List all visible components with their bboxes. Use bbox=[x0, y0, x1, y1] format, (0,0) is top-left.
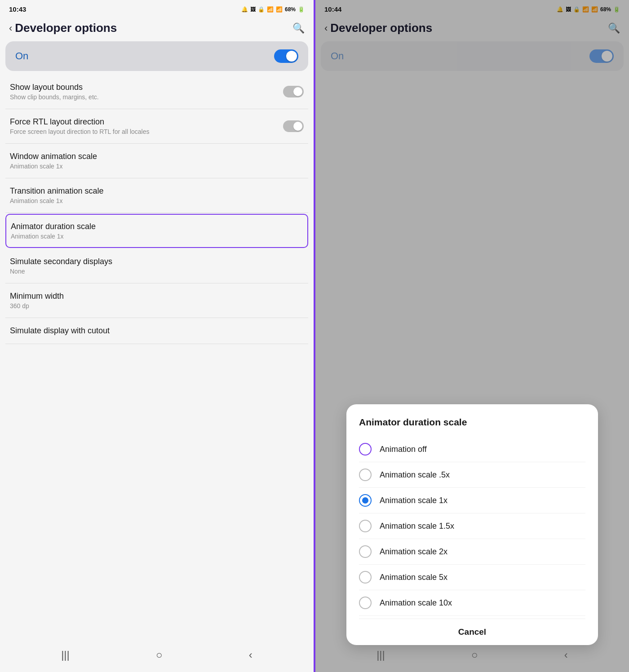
left-time: 10:43 bbox=[9, 5, 26, 13]
radio-option-0[interactable]: Animation off bbox=[359, 437, 585, 462]
left-setting-window-anim[interactable]: Window animation scale Animation scale 1… bbox=[5, 144, 308, 178]
left-setting-subtitle-1: Force screen layout direction to RTL for… bbox=[10, 128, 283, 135]
battery-text: 68% bbox=[285, 6, 296, 13]
radio-circle-3[interactable] bbox=[359, 520, 372, 532]
radio-option-4[interactable]: Animation scale 2x bbox=[359, 539, 585, 565]
left-page-title: Developer options bbox=[15, 21, 117, 35]
left-setting-title-7: Simulate display with cutout bbox=[10, 326, 304, 336]
radio-option-5[interactable]: Animation scale 5x bbox=[359, 565, 585, 590]
radio-circle-5[interactable] bbox=[359, 571, 372, 584]
dialog-cancel-button[interactable]: Cancel bbox=[359, 619, 585, 641]
left-settings-list: Show layout bounds Show clip bounds, mar… bbox=[0, 75, 314, 641]
left-setting-subtitle-3: Animation scale 1x bbox=[10, 197, 304, 204]
radio-label-3: Animation scale 1.5x bbox=[380, 522, 454, 531]
left-search-button[interactable]: 🔍 bbox=[292, 22, 305, 34]
right-back-nav-button[interactable]: ‹ bbox=[564, 649, 568, 661]
left-recents-button[interactable]: ||| bbox=[61, 649, 70, 661]
left-toggle-rtl[interactable] bbox=[283, 120, 304, 132]
left-setting-title-0: Show layout bounds bbox=[10, 83, 283, 92]
radio-circle-4[interactable] bbox=[359, 545, 372, 558]
left-toggle-layout-bounds[interactable] bbox=[283, 86, 304, 97]
left-header-left: ‹ Developer options bbox=[9, 21, 117, 35]
radio-label-1: Animation scale .5x bbox=[380, 470, 450, 480]
radio-label-5: Animation scale 5x bbox=[380, 573, 447, 582]
left-setting-show-layout-bounds[interactable]: Show layout bounds Show clip bounds, mar… bbox=[5, 75, 308, 109]
left-setting-animator-duration[interactable]: Animator duration scale Animation scale … bbox=[5, 214, 308, 248]
right-nav-bar: ||| ○ ‹ bbox=[315, 641, 629, 672]
left-setting-subtitle-0: Show clip bounds, margins, etc. bbox=[10, 93, 283, 101]
left-status-bar: 10:43 🔔 🖼 🔒 📶 📶 68% 🔋 bbox=[0, 0, 314, 17]
radio-circle-2[interactable] bbox=[359, 494, 372, 507]
left-nav-bar: ||| ○ ‹ bbox=[0, 641, 314, 672]
right-home-button[interactable]: ○ bbox=[471, 649, 478, 661]
radio-circle-6[interactable] bbox=[359, 597, 372, 609]
signal-icon: 📶 bbox=[276, 6, 283, 13]
image-icon: 🖼 bbox=[250, 6, 256, 13]
radio-option-6[interactable]: Animation scale 10x bbox=[359, 590, 585, 616]
left-setting-force-rtl[interactable]: Force RTL layout direction Force screen … bbox=[5, 109, 308, 144]
radio-label-2: Animation scale 1x bbox=[380, 496, 447, 505]
notification-icon: 🔔 bbox=[241, 6, 248, 13]
radio-option-1[interactable]: Animation scale .5x bbox=[359, 462, 585, 488]
left-setting-title-4: Animator duration scale bbox=[11, 222, 303, 231]
right-panel: 10:44 🔔 🖼 🔒 📶 📶 68% 🔋 ‹ Developer option… bbox=[315, 0, 629, 672]
radio-label-0: Animation off bbox=[380, 445, 427, 454]
radio-option-2[interactable]: Animation scale 1x bbox=[359, 488, 585, 513]
left-setting-transition-anim[interactable]: Transition animation scale Animation sca… bbox=[5, 178, 308, 213]
left-setting-subtitle-4: Animation scale 1x bbox=[11, 233, 303, 240]
left-setting-simulate-cutout[interactable]: Simulate display with cutout bbox=[5, 318, 308, 344]
left-developer-toggle[interactable] bbox=[274, 49, 298, 63]
dialog-overlay: Animator duration scale Animation off An… bbox=[315, 0, 629, 672]
left-header: ‹ Developer options 🔍 bbox=[0, 17, 314, 41]
left-back-button[interactable]: ‹ bbox=[9, 22, 12, 34]
dialog-title: Animator duration scale bbox=[359, 417, 585, 428]
left-panel: 10:43 🔔 🖼 🔒 📶 📶 68% 🔋 ‹ Developer option… bbox=[0, 0, 314, 672]
wifi-icon: 📶 bbox=[267, 6, 274, 13]
left-setting-title-6: Minimum width bbox=[10, 292, 304, 301]
left-status-icons: 🔔 🖼 🔒 📶 📶 68% 🔋 bbox=[241, 6, 305, 13]
left-setting-title-1: Force RTL layout direction bbox=[10, 117, 283, 127]
radio-option-3[interactable]: Animation scale 1.5x bbox=[359, 513, 585, 539]
left-setting-title-2: Window animation scale bbox=[10, 152, 304, 161]
right-recents-button[interactable]: ||| bbox=[377, 649, 385, 661]
left-setting-simulate-displays[interactable]: Simulate secondary displays None bbox=[5, 249, 308, 283]
left-setting-subtitle-2: Animation scale 1x bbox=[10, 163, 304, 170]
left-setting-title-3: Transition animation scale bbox=[10, 186, 304, 196]
radio-circle-0[interactable] bbox=[359, 443, 372, 455]
battery-icon: 🔋 bbox=[298, 6, 305, 13]
radio-label-6: Animation scale 10x bbox=[380, 598, 452, 608]
animator-duration-dialog: Animator duration scale Animation off An… bbox=[346, 404, 598, 645]
left-on-toggle-row[interactable]: On bbox=[5, 41, 308, 71]
radio-label-4: Animation scale 2x bbox=[380, 547, 447, 557]
left-setting-subtitle-5: None bbox=[10, 268, 304, 275]
left-home-button[interactable]: ○ bbox=[156, 649, 163, 661]
left-setting-title-5: Simulate secondary displays bbox=[10, 257, 304, 266]
left-back-nav-button[interactable]: ‹ bbox=[249, 649, 252, 661]
left-setting-min-width[interactable]: Minimum width 360 dp bbox=[5, 283, 308, 318]
left-on-label: On bbox=[15, 50, 28, 62]
radio-circle-1[interactable] bbox=[359, 469, 372, 481]
left-setting-subtitle-6: 360 dp bbox=[10, 302, 304, 309]
lock-icon: 🔒 bbox=[258, 6, 265, 13]
